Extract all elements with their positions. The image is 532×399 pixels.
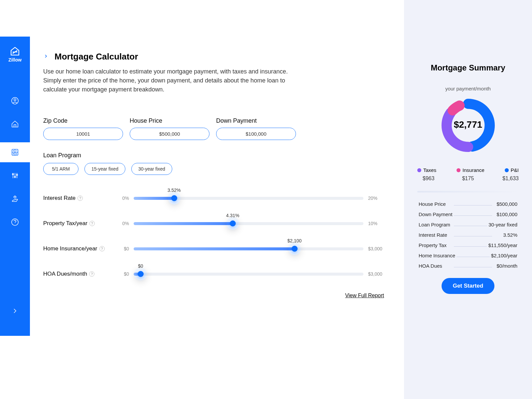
hoa-value: $0 [138,263,143,269]
detail-row: HOA Dues$0/month [417,263,519,269]
legend-pi-value: $1,633 [488,176,519,182]
loan-option-arm[interactable]: 5/1 ARM [43,163,78,175]
down-payment-label: Down Payment [216,117,296,124]
detail-key: Interest Rate [417,232,449,238]
summary-subtitle: your payment/month [417,86,519,91]
legend-taxes-value: $963 [417,176,448,182]
legend-insurance-label: Insurance [463,167,484,173]
nav-settings[interactable] [10,171,20,181]
insurance-slider: Home Insurance/year ? $0 $2,100 $3,000 [43,245,384,252]
hoa-slider: HOA Dues/month ? $0 $0 $3,000 [43,271,384,277]
detail-key: Home Insurance [417,253,457,258]
detail-key: House Price [417,201,447,207]
chevron-right-icon [11,307,19,315]
nav-offers[interactable] [10,194,20,204]
svg-line-20 [14,197,14,197]
svg-point-22 [12,219,18,225]
detail-value: $500,000 [495,201,519,207]
interest-rate-max: 20% [368,196,384,201]
legend-pi-label: P&I [511,167,519,173]
interest-rate-label: Interest Rate [43,195,75,201]
house-price-label: House Price [130,117,209,124]
sidebar: Zillow [0,37,30,336]
help-icon[interactable]: ? [77,196,83,201]
summary-details: House Price$500,000Down Payment$100,000L… [417,201,519,269]
house-price-group: House Price [130,117,209,140]
insurance-max: $3,000 [368,246,384,251]
property-tax-min: 0% [113,221,129,226]
divider [417,191,519,193]
interest-rate-value: 3.52% [168,188,181,193]
hand-money-icon [11,195,19,203]
page-description: Use our home loan calculator to estimate… [43,67,293,94]
svg-point-1 [14,99,16,101]
detail-key: Property Tax [417,242,448,248]
property-tax-slider: Property Tax/year ? 0% 4.31% 10% [43,220,384,227]
insurance-label: Home Insurance/year [43,245,97,252]
main-content: Mortgage Calculator Use our home loan ca… [30,0,404,399]
get-started-button[interactable]: Get Started [442,278,495,294]
nav-help[interactable] [10,217,20,227]
interest-rate-slider: Interest Rate ? 0% 3.52% 20% [43,195,384,201]
zip-code-input[interactable] [43,128,123,140]
detail-row: House Price$500,000 [417,201,519,207]
detail-key: Down Payment [417,211,454,217]
detail-value: $11,550/year [487,242,519,248]
hoa-min: $0 [113,271,129,277]
logo[interactable]: Zillow [8,47,22,63]
page-title: Mortgage Calculator [55,52,138,62]
nav-home[interactable] [10,119,20,129]
loan-option-15yr[interactable]: 15-year fixed [84,163,125,175]
detail-value: 3.52% [502,232,519,238]
insurance-value: $2,100 [287,238,302,243]
view-full-report-link[interactable]: View Full Report [345,293,384,298]
house-price-input[interactable] [130,128,209,140]
loan-options: 5/1 ARM 15-year fixed 30-year fixed [43,163,384,175]
help-icon[interactable]: ? [99,246,105,251]
dot-insurance-icon [457,168,461,172]
help-icon[interactable]: ? [89,271,94,277]
detail-row: Down Payment$100,000 [417,211,519,217]
property-tax-track[interactable]: 4.31% [134,222,363,225]
property-tax-label: Property Tax/year [43,220,87,227]
logo-text: Zillow [8,57,22,63]
nav-calculator[interactable] [0,142,30,162]
zillow-logo-icon [10,47,20,56]
summary-title: Mortgage Summary [417,63,519,72]
user-icon [11,97,19,105]
nav-expand[interactable] [10,306,20,316]
home-icon [11,120,19,128]
help-icon[interactable]: ? [89,221,95,226]
interest-rate-min: 0% [113,196,129,201]
payment-donut-chart: $2,771 [417,95,519,155]
hoa-track[interactable]: $0 [134,273,363,276]
property-tax-value: 4.31% [226,213,239,218]
zip-code-label: Zip Code [43,117,123,124]
loan-option-30yr[interactable]: 30-year fixed [131,163,172,175]
question-circle-icon [11,218,19,226]
breadcrumb-chevron-icon[interactable] [43,54,49,60]
detail-row: Property Tax$11,550/year [417,242,519,248]
detail-value: 30-year fixed [487,222,519,227]
legend-insurance-value: $175 [450,176,486,182]
detail-row: Home Insurance$2,100/year [417,253,519,258]
hoa-max: $3,000 [368,271,384,277]
svg-point-18 [14,196,16,198]
monthly-payment-total: $2,771 [454,119,482,130]
legend: Taxes Insurance P&I [417,167,519,173]
down-payment-input[interactable] [216,128,296,140]
detail-row: Interest Rate3.52% [417,232,519,238]
legend-taxes-label: Taxes [423,167,436,173]
detail-value: $100,000 [495,211,519,217]
interest-rate-track[interactable]: 3.52% [134,197,363,200]
insurance-min: $0 [113,246,129,251]
nav-profile[interactable] [10,96,20,106]
down-payment-group: Down Payment [216,117,296,140]
legend-values: $963 $175 $1,633 [417,176,519,182]
detail-row: Loan Program30-year fixed [417,222,519,227]
insurance-track[interactable]: $2,100 [134,247,363,250]
property-tax-max: 10% [368,221,384,226]
detail-key: Loan Program [417,222,452,227]
dot-pi-icon [505,168,509,172]
calculator-icon [11,148,19,156]
